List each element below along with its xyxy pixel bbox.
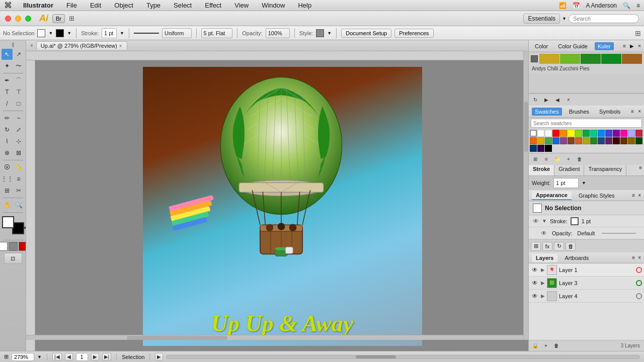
warp-tool[interactable]: ⌇ (2, 136, 13, 147)
kuler-color-3[interactable] (581, 54, 601, 64)
line-tool[interactable]: / (2, 98, 13, 109)
swatch-dark-brown[interactable] (620, 137, 627, 144)
tab-graphic-styles[interactable]: Graphic Styles (575, 192, 619, 200)
swatch-teal[interactable] (590, 130, 597, 137)
next-page-button[interactable]: ▶ (91, 353, 99, 360)
stroke-color-swatch[interactable] (571, 217, 579, 225)
forward-icon[interactable]: ▶ (542, 96, 551, 105)
layers-options-icon[interactable]: ≡ (632, 255, 635, 260)
weight-dropdown-icon[interactable]: ▼ (582, 180, 586, 186)
menu-item-effect[interactable]: Effect (203, 1, 223, 10)
opacity-slider-track[interactable] (602, 233, 636, 234)
menu-item-view[interactable]: View (232, 1, 251, 10)
stroke-swatch-opt[interactable] (56, 29, 64, 37)
type-tool[interactable]: T (2, 86, 13, 98)
swatch-purple[interactable] (613, 130, 620, 137)
last-page-button[interactable]: ▶| (102, 353, 112, 360)
swatch-rust[interactable] (575, 137, 582, 144)
gpu-mode-button[interactable] (19, 242, 27, 251)
kuler-color-1[interactable] (539, 54, 559, 64)
close-panel-icon[interactable]: × (30, 43, 33, 48)
swatch-delete-icon[interactable]: 🗑 (575, 155, 584, 164)
search-menubar-icon[interactable]: 🔍 (623, 2, 630, 9)
close-panel-btn[interactable]: × (564, 96, 573, 105)
artboard-tool[interactable]: ⊞ (2, 185, 13, 196)
swatch-maroon[interactable] (613, 137, 620, 144)
swatch-forest[interactable] (545, 137, 552, 144)
kuler-color-2[interactable] (560, 54, 580, 64)
swatch-dark-navy[interactable] (530, 145, 537, 152)
swatches-search-input[interactable] (531, 119, 642, 128)
layer-3-visibility-icon[interactable]: 👁 (531, 279, 539, 287)
swatches-options-icon[interactable]: ≡ (631, 109, 634, 114)
layer-3-color-indicator[interactable] (636, 280, 642, 286)
zoom-dropdown-icon[interactable]: ▼ (37, 354, 42, 359)
first-page-button[interactable]: |◀ (52, 353, 62, 360)
swatch-gold[interactable] (537, 137, 544, 144)
appear-delete-icon[interactable]: 🗑 (566, 242, 576, 251)
measure-tool[interactable]: 📏 (13, 162, 24, 173)
screen-mode-button[interactable]: ⊡ (4, 253, 22, 264)
swatch-red[interactable] (552, 130, 559, 137)
uniform-dropdown[interactable]: Uniform (162, 28, 192, 38)
selection-tool[interactable]: ↖ (2, 49, 13, 60)
tab-transparency[interactable]: Transparency (584, 165, 626, 175)
apple-menu[interactable]: ⌘ (4, 1, 12, 10)
tab-swatches[interactable]: Swatches (532, 108, 562, 116)
swatch-list-icon[interactable]: ≡ (542, 155, 551, 164)
style-swatch[interactable] (316, 29, 324, 37)
swatch-indigo[interactable] (605, 130, 612, 137)
tab-appearance[interactable]: Appearance (532, 191, 572, 200)
tab-layers[interactable]: Layers (532, 254, 557, 262)
layer-4-expand-icon[interactable]: ▶ (541, 293, 545, 299)
document-setup-button[interactable]: Document Setup (341, 29, 391, 38)
layer-4-name[interactable]: Layer 4 (559, 293, 634, 299)
flat-dropdown[interactable]: 5 pt. Flat (201, 28, 233, 38)
layer-4-visibility-icon[interactable]: 👁 (531, 292, 539, 300)
swatch-lavender[interactable] (628, 130, 635, 137)
menu-item-select[interactable]: Select (172, 1, 194, 10)
swatch-dark-purple[interactable] (537, 145, 544, 152)
swatch-brown[interactable] (568, 137, 575, 144)
swatch-blue[interactable] (598, 130, 605, 137)
swap-colors-icon[interactable]: ⇄ (22, 225, 26, 230)
swatches-close-icon[interactable]: × (638, 109, 641, 114)
tab-gradient[interactable]: Gradient (554, 165, 584, 175)
layers-delete-icon[interactable]: 🗑 (552, 342, 561, 350)
eyedropper-tool[interactable]: ⦿ (2, 162, 13, 173)
layers-lock-icon[interactable]: 🔒 (531, 342, 540, 350)
play-button[interactable]: ▶ (155, 353, 163, 360)
direct-selection-tool[interactable]: ↗ (13, 49, 24, 60)
kuler-bg-swatch[interactable] (531, 55, 538, 62)
panel-options-icon[interactable]: ≡ (623, 43, 626, 49)
lasso-tool[interactable]: 〜 (13, 60, 24, 71)
user-name[interactable]: A Anderson (586, 2, 617, 9)
layer-1-expand-icon[interactable]: ▶ (541, 267, 545, 273)
layer-1-name[interactable]: Layer 1 (559, 267, 634, 273)
swatch-white[interactable] (537, 130, 544, 137)
layer-1-visibility-icon[interactable]: 👁 (531, 266, 539, 274)
rect-tool[interactable]: □ (13, 98, 24, 109)
swatch-black[interactable] (545, 145, 552, 152)
normal-mode-button[interactable] (0, 242, 8, 251)
layer-item-3[interactable]: 👁 ▶ 🟩 Layer 3 (529, 277, 644, 290)
swatch-plum[interactable] (605, 137, 612, 144)
opacity-dropdown[interactable]: 100% (266, 28, 290, 38)
swatch-green[interactable] (583, 130, 590, 137)
layer-3-name[interactable]: Layer 3 (559, 280, 634, 286)
layer-item-1[interactable]: 👁 ▶ 🎈 Layer 1 (529, 263, 644, 277)
rotate-tool[interactable]: ↻ (2, 124, 13, 135)
free-transform-tool[interactable]: ⊹ (13, 136, 24, 147)
pen-tool[interactable]: ✒ (2, 75, 13, 86)
shape-builder-tool[interactable]: ⊕ (2, 147, 13, 158)
minimize-button[interactable] (15, 16, 21, 22)
appearance-swatch[interactable] (533, 204, 542, 213)
document-tab[interactable]: Up.ai* @ 279% (RGB/Preview) × (36, 41, 128, 50)
opacity-eye-icon[interactable]: 👁 (541, 230, 549, 237)
smooth-tool[interactable]: ~ (13, 113, 24, 124)
menu-item-edit[interactable]: Edit (88, 1, 103, 10)
bridge-button[interactable]: Br (52, 14, 65, 23)
swatch-new-group-icon[interactable]: 📁 (553, 155, 562, 164)
swatch-dark-green[interactable] (590, 137, 597, 144)
appear-layer-icon[interactable]: ⊞ (531, 242, 541, 251)
